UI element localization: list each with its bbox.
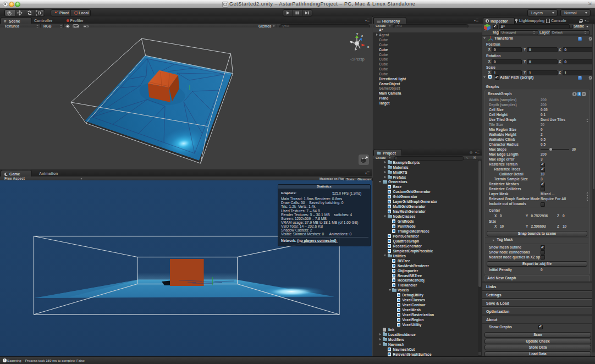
svg-text:i: i	[579, 92, 580, 96]
svg-text:z: z	[361, 34, 363, 37]
svg-text:◁ Persp: ◁ Persp	[350, 57, 365, 62]
